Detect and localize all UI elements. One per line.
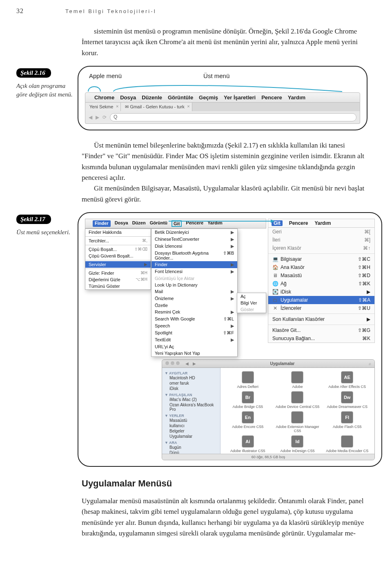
- menu-finder[interactable]: Finder: [93, 220, 111, 227]
- git-menu-item[interactable]: 🌐Ağ⇧⌘K: [268, 280, 374, 288]
- reload-icon[interactable]: ⟳: [102, 114, 107, 120]
- sidebar-item[interactable]: Uygulamalar: [165, 434, 218, 439]
- git-menu-item[interactable]: Klasöre Git...⇧⌘G: [268, 326, 374, 334]
- sidebar-item[interactable]: omer faruk: [165, 381, 218, 386]
- sidebar-group-header[interactable]: ▼ ARA: [165, 441, 218, 445]
- menu-item[interactable]: Servisler▶: [85, 261, 151, 268]
- menu-item[interactable]: Font İzlencesi▶: [151, 268, 237, 275]
- app-icon-cell[interactable]: AiAdobe Illustrator CS5: [224, 435, 272, 453]
- close-icon[interactable]: ×: [187, 104, 189, 109]
- menu-yardim[interactable]: Yardım: [288, 94, 305, 101]
- app-icon-cell[interactable]: DwAdobe Dreamweaver CS: [323, 391, 371, 409]
- menu-item[interactable]: Tercihler...⌘,: [85, 237, 151, 244]
- address-input[interactable]: Q: [110, 113, 356, 121]
- finder-status-bar: 60 öğe, 88,5 GB boş: [162, 454, 374, 460]
- menu-item[interactable]: Çöpü Güvenli Boşalt...: [85, 253, 151, 259]
- git-menu-item[interactable]: 🏠Ana Klasör⇧⌘H: [268, 263, 374, 271]
- sidebar-item[interactable]: Bugün: [165, 445, 218, 450]
- menu-item[interactable]: Bilgi Ver: [237, 300, 266, 306]
- menu-item[interactable]: Tümünü Göster: [85, 283, 151, 289]
- menu-item[interactable]: ChineseTextConverter▶: [151, 236, 237, 243]
- menu-item[interactable]: Önizleme▶: [151, 295, 237, 302]
- menu-item[interactable]: Aç: [237, 293, 266, 300]
- git-menu-item[interactable]: ✕İzlenceler⇧⌘U: [268, 304, 374, 312]
- git-menu-panel: Git Pencere Yardım Geri⌘[İleri⌘]İçeren K…: [268, 219, 375, 343]
- tab-gmail[interactable]: ✉ Gmail - Gelen Kutusu - turk×: [121, 103, 192, 111]
- menu-item[interactable]: Mail▶: [151, 288, 237, 295]
- menu-duzen[interactable]: Düzen: [132, 220, 146, 227]
- sidebar-item[interactable]: iMac's iMac (2): [165, 397, 218, 402]
- git-head-yardim[interactable]: Yardım: [314, 220, 331, 226]
- menu-dosya[interactable]: Dosya: [115, 220, 128, 227]
- label-ust-menu: Üst menü: [203, 72, 229, 79]
- app-icon-cell[interactable]: Adobe Extension Manager CS5: [274, 411, 322, 433]
- arc-braces: [85, 81, 346, 92]
- menu-item[interactable]: TextEdit▶: [151, 336, 237, 343]
- back-icon[interactable]: ◀: [89, 114, 92, 120]
- menu-item[interactable]: Betik Düzenleyici▶: [151, 229, 237, 236]
- search-icon[interactable]: ⌕: [369, 361, 371, 366]
- git-menu-item[interactable]: 💽iDisk▶: [268, 288, 374, 296]
- menu-item[interactable]: Resmini Çek▶: [151, 309, 237, 316]
- menu-item[interactable]: Disk İzlencesi▶: [151, 243, 237, 250]
- menu-item[interactable]: Diğerlerini Gizle⌥⌘H: [85, 276, 151, 283]
- menu-item[interactable]: Özetle: [151, 302, 237, 309]
- menu-pencere[interactable]: Pencere: [261, 94, 282, 101]
- git-menu-item[interactable]: 🗀Uygulamalar⇧⌘A: [268, 296, 374, 304]
- menu-dosya[interactable]: Dosya: [120, 94, 136, 101]
- menu-item[interactable]: Speech▶: [151, 323, 237, 329]
- app-icon-cell[interactable]: Adobe Device Central CS5: [274, 391, 322, 409]
- forward-icon[interactable]: ▶: [96, 114, 99, 120]
- app-icon-cell[interactable]: EnAdobe Encore CS5: [224, 411, 272, 433]
- menu-goruntule[interactable]: Görüntüle: [168, 94, 193, 101]
- git-menu-item: İçeren Klasör⌘↑: [268, 244, 374, 252]
- nav-back-icon[interactable]: ◀: [185, 361, 189, 366]
- git-menu-item[interactable]: 🖥Masaüstü⇧⌘D: [268, 271, 374, 280]
- tab-yeni-sekme[interactable]: Yeni Sekme×: [85, 103, 121, 111]
- app-icon-cell[interactable]: Adobe Media Encoder CS: [323, 435, 371, 453]
- paragraph-1: sisteminin üst menüsü o programın menüsü…: [82, 26, 368, 58]
- sidebar-item[interactable]: iDisk: [165, 386, 218, 391]
- menu-chrome[interactable]: Chrome: [94, 94, 114, 101]
- menu-yerisaretleri[interactable]: Yer İşaretleri: [224, 94, 256, 101]
- menu-item: Göster: [237, 306, 266, 313]
- git-head-pencere[interactable]: Pencere: [289, 220, 308, 226]
- sidebar-item[interactable]: Macintosh HD: [165, 375, 218, 381]
- sidebar-item[interactable]: kullanıcı: [165, 423, 218, 428]
- finder-dropdown: Finder HakkındaTercihler...⌘,Çöpü Boşalt…: [85, 228, 151, 290]
- git-menu-item[interactable]: 💻Bilgisayar⇧⌘C: [268, 255, 374, 263]
- menu-item[interactable]: Dosyayı Bluetooth Aygıtına Gönder...⇧⌘B: [151, 250, 237, 261]
- app-icon-cell[interactable]: AEAdobe After Effects CS: [323, 371, 371, 389]
- menu-item[interactable]: URL'yi Aç: [151, 343, 237, 350]
- app-icon-cell[interactable]: BrAdobe Bridge CS5: [224, 391, 272, 409]
- nav-fwd-icon[interactable]: ▶: [193, 361, 196, 366]
- app-icon-cell[interactable]: IdAdobe InDesign CS5: [274, 435, 322, 453]
- sidebar-group-header[interactable]: ▼ PAYLAŞILAN: [165, 393, 218, 397]
- menu-item[interactable]: Çöpü Boşalt...⇧⌘⌫: [85, 246, 151, 253]
- app-icon-cell[interactable]: FlAdobe Flash CS5: [323, 411, 371, 433]
- sidebar-item[interactable]: Belgeler: [165, 428, 218, 434]
- menu-item[interactable]: Look Up in Dictionary: [151, 282, 237, 288]
- sidebar-group-header[interactable]: ▼ AYGITLAR: [165, 371, 218, 375]
- chrome-toolbar: ◀ ▶ ⟳ Q: [85, 111, 360, 124]
- app-icon-cell[interactable]: Adobe: [274, 371, 322, 389]
- menu-item[interactable]: Search With Google⇧⌘L: [151, 316, 237, 323]
- git-menu-item[interactable]: Son Kullanılan Klasörler▶: [268, 315, 374, 323]
- menu-item[interactable]: Gizle: Finder⌘H: [85, 270, 151, 276]
- window-controls[interactable]: [165, 361, 181, 366]
- sidebar-group-header[interactable]: ▼ YERLER: [165, 414, 218, 418]
- menu-item[interactable]: Spotlight⇧⌘F: [151, 329, 237, 336]
- menu-gecmis[interactable]: Geçmiş: [199, 94, 218, 101]
- menu-goruntu[interactable]: Görüntü: [150, 220, 167, 227]
- menu-item[interactable]: Finder Hakkında: [85, 229, 151, 235]
- sidebar-item[interactable]: Masaüstü: [165, 418, 218, 423]
- menu-item[interactable]: Yeni Yapışkan Not Yap: [151, 350, 237, 356]
- sidebar-item[interactable]: Dünü: [165, 450, 218, 454]
- git-menu-item[interactable]: Sunucuya Bağlan...⌘K: [268, 334, 374, 343]
- close-icon[interactable]: ×: [116, 104, 118, 109]
- finder-window-title: Uygulamalar: [200, 361, 365, 366]
- menu-item[interactable]: Finder▶: [151, 261, 237, 268]
- menu-duzenle[interactable]: Düzenle: [142, 94, 162, 101]
- app-icon-cell[interactable]: Adres Defteri: [224, 371, 272, 389]
- sidebar-item[interactable]: Ozan Akkora's MacBook Pro: [165, 402, 218, 412]
